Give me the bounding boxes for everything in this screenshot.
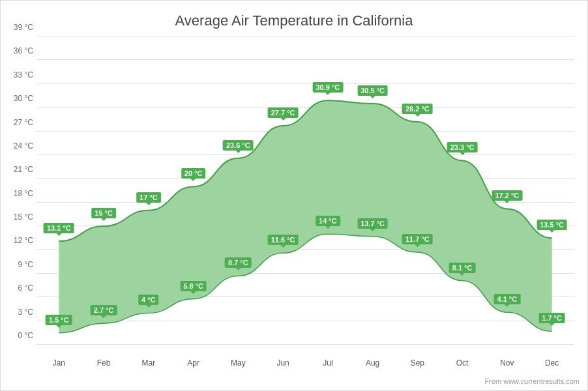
low-data-label: 4 °C: [138, 295, 159, 305]
y-axis-label: 24 °C: [14, 141, 33, 151]
y-axis-label: 3 °C: [18, 308, 33, 317]
low-data-label: 1.7 °C: [538, 313, 565, 323]
low-data-label: 4.1 °C: [494, 294, 521, 304]
x-axis-label: Jul: [306, 358, 351, 368]
x-axis-label: Dec: [529, 358, 574, 368]
chart-container: Average Air Temperature in California 0 …: [0, 0, 588, 391]
x-labels: JanFebMarAprMayJunJulAugSepOctNovDec: [37, 358, 574, 368]
y-axis-label: 9 °C: [18, 260, 33, 269]
high-data-label: 23.6 °C: [223, 140, 254, 151]
high-data-label: 23.3 °C: [447, 142, 478, 152]
chart-area: 0 °C3 °C6 °C9 °C12 °C15 °C18 °C21 °C24 °…: [37, 36, 574, 345]
low-data-label: 5.8 °C: [180, 281, 207, 291]
high-data-label: 30.5 °C: [357, 85, 388, 96]
x-axis-label: Nov: [485, 358, 530, 368]
low-data-label: 2.7 °C: [91, 305, 117, 315]
y-axis-label: 12 °C: [14, 236, 33, 245]
low-data-label: 13.7 °C: [357, 218, 388, 229]
high-data-label: 13.5 °C: [537, 220, 567, 230]
high-data-label: 15 °C: [91, 208, 116, 218]
y-axis-label: 39 °C: [14, 23, 33, 32]
low-data-label: 1.5 °C: [46, 315, 72, 325]
y-axis-label: 33 °C: [14, 70, 33, 80]
y-axis-label: 18 °C: [14, 189, 33, 198]
low-data-label: 8.7 °C: [225, 257, 252, 268]
high-data-label: 20 °C: [181, 168, 206, 179]
y-axis-label: 15 °C: [14, 212, 33, 222]
y-axis-label: 0 °C: [18, 331, 33, 340]
high-data-label: 13.1 °C: [44, 223, 74, 233]
x-axis-label: Feb: [81, 358, 126, 368]
x-axis-label: May: [216, 358, 261, 368]
x-axis-label: Apr: [171, 358, 216, 368]
high-data-label: 30.9 °C: [312, 82, 343, 93]
high-data-label: 17.2 °C: [492, 190, 522, 201]
x-axis-label: Mar: [126, 358, 171, 368]
y-axis-label: 36 °C: [14, 46, 33, 55]
high-data-label: 28.2 °C: [402, 104, 433, 114]
low-data-label: 11.7 °C: [402, 234, 433, 244]
chart-title: Average Air Temperature in California: [1, 1, 587, 29]
x-axis-label: Jun: [261, 358, 306, 368]
low-data-label: 14 °C: [316, 216, 340, 226]
low-data-label: 8.1 °C: [449, 263, 476, 273]
source-text: From www.currentresults.com: [485, 377, 580, 385]
x-axis-label: Oct: [440, 358, 485, 368]
low-data-label: 11.6 °C: [268, 235, 299, 245]
y-axis-label: 27 °C: [14, 118, 33, 127]
y-axis-label: 30 °C: [14, 94, 33, 103]
x-axis-label: Aug: [350, 358, 395, 368]
y-axis-label: 21 °C: [14, 165, 33, 174]
high-data-label: 27.7 °C: [268, 108, 299, 118]
x-axis-label: Sep: [395, 358, 440, 368]
high-data-label: 17 °C: [136, 192, 161, 203]
y-axis-label: 6 °C: [18, 283, 33, 293]
x-axis-label: Jan: [37, 358, 81, 368]
